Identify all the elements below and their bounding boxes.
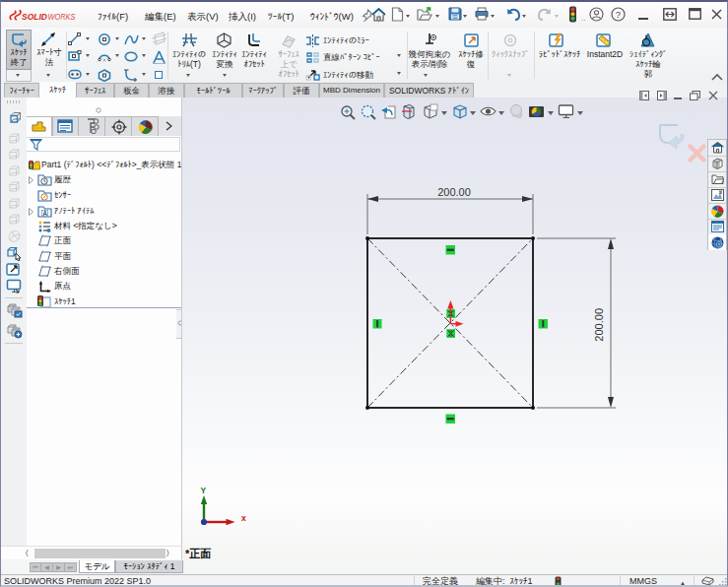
svg-text:x: x <box>241 513 246 523</box>
svg-text:?: ? <box>616 9 621 20</box>
svg-text:*正面: *正面 <box>185 548 211 559</box>
svg-text:A: A <box>42 210 47 217</box>
svg-text:200.00: 200.00 <box>594 308 606 342</box>
svg-text:Y: Y <box>201 486 207 495</box>
svg-text:200.00: 200.00 <box>437 186 471 198</box>
